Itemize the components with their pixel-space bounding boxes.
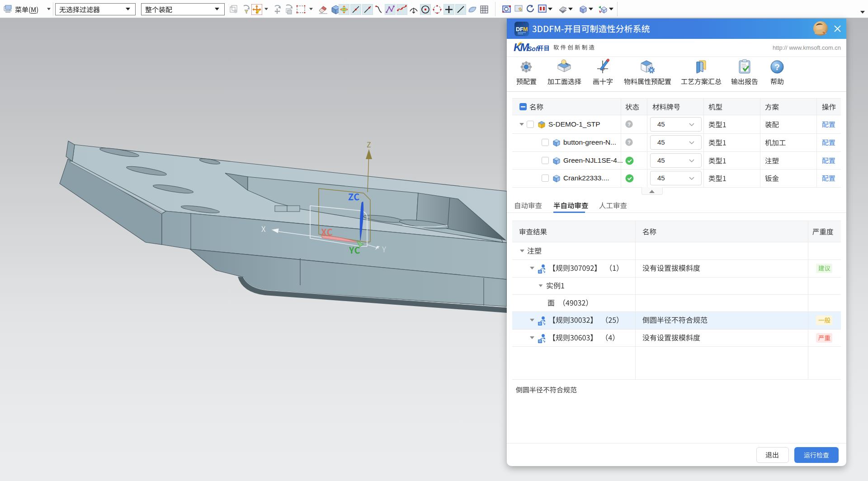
svg-text:?: ?	[627, 122, 631, 127]
svg-text:M: M	[523, 26, 528, 33]
svg-text:DF: DF	[516, 26, 524, 33]
svg-text:?: ?	[774, 62, 780, 72]
svg-text:?: ?	[627, 140, 631, 145]
